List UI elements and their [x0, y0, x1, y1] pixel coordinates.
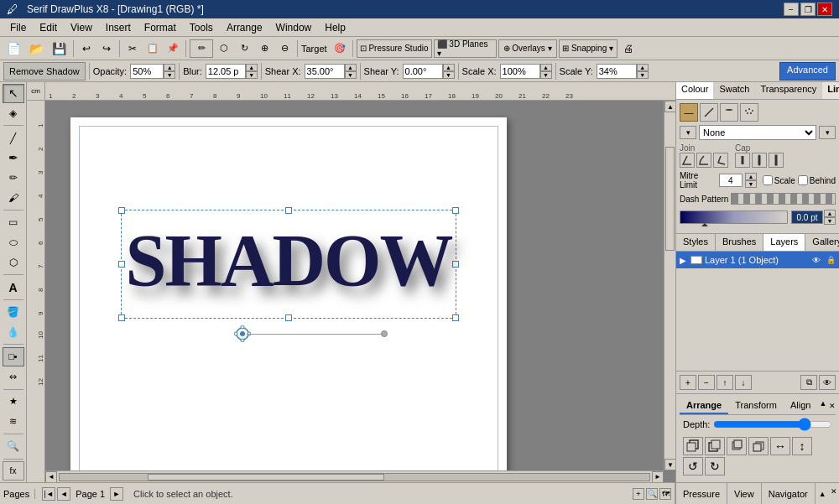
copy-button[interactable]: 📋	[143, 39, 162, 58]
line-tool[interactable]: ╱	[3, 128, 24, 148]
scalex-input[interactable]	[500, 64, 540, 79]
tab-layers[interactable]: Layers	[763, 234, 805, 251]
restore-button[interactable]: ❐	[800, 3, 816, 16]
mitre-down[interactable]: ▼	[745, 180, 757, 188]
layer-expand[interactable]: ▶	[680, 256, 688, 265]
paste-button[interactable]: 📌	[164, 39, 182, 58]
scaley-up[interactable]: ▲	[637, 64, 649, 71]
layer-duplicate-btn[interactable]: ⧉	[800, 375, 817, 390]
join-miter[interactable]	[680, 153, 695, 168]
cap-butt[interactable]	[735, 153, 750, 168]
cap-round[interactable]	[752, 153, 767, 168]
menu-edit[interactable]: Edit	[33, 20, 64, 35]
bottom-navigator-tab[interactable]: Navigator	[762, 483, 816, 504]
behind-checkbox[interactable]	[798, 175, 808, 185]
line-brush-icon[interactable]	[700, 103, 718, 122]
line-solid-icon[interactable]: —	[680, 103, 698, 122]
close-button[interactable]: ✕	[817, 3, 832, 16]
select-tool[interactable]: ↖	[3, 84, 24, 103]
handle-tr[interactable]	[452, 207, 459, 214]
open-button[interactable]: 📂	[26, 39, 47, 58]
tab-colour[interactable]: Colour	[676, 82, 714, 99]
ellipse-tool[interactable]: ⬭	[3, 233, 24, 252]
zoom-tool[interactable]: 🔍	[3, 437, 24, 456]
tab-gallery[interactable]: Gallery	[805, 234, 839, 251]
menu-format[interactable]: Format	[138, 20, 183, 35]
line-gradient-bar[interactable]	[680, 210, 788, 224]
pen-tool[interactable]: ✒	[3, 148, 24, 168]
tab-arrange[interactable]: Arrange	[680, 397, 728, 414]
transform-tool[interactable]: ⇔	[3, 367, 24, 387]
cap-square[interactable]	[769, 153, 784, 168]
sheary-up[interactable]: ▲	[443, 64, 455, 71]
join-bevel[interactable]	[713, 153, 728, 168]
zoom-fit-button[interactable]: ⊕	[255, 39, 274, 58]
menu-file[interactable]: File	[3, 20, 33, 35]
scalex-down[interactable]: ▼	[540, 71, 552, 79]
layer-add-btn[interactable]: +	[680, 375, 696, 390]
menu-arrange[interactable]: Arrange	[220, 20, 269, 35]
vscroll-thumb[interactable]	[665, 147, 675, 251]
rotate-button[interactable]: ↻	[235, 39, 253, 58]
pressure-studio[interactable]: ⊡ Pressure Studio	[357, 39, 432, 58]
shape-button[interactable]: ⬡	[215, 39, 233, 58]
mitre-up[interactable]: ▲	[745, 173, 757, 180]
sheary-down[interactable]: ▼	[443, 71, 455, 79]
scale-checkbox[interactable]	[763, 175, 773, 185]
blur-input[interactable]	[206, 64, 246, 79]
zoom-mode-btn[interactable]: 🔍	[646, 488, 658, 500]
line-none-select[interactable]: None	[699, 125, 816, 140]
navigator-btn[interactable]: 🗺	[659, 488, 671, 500]
menu-window[interactable]: Window	[269, 20, 319, 35]
linewidth-down[interactable]: ▼	[824, 217, 836, 225]
scaley-down[interactable]: ▼	[637, 71, 649, 79]
overlays[interactable]: ⊕ Overlays ▾	[498, 39, 557, 58]
canvas-content[interactable]: SHADOW	[45, 101, 675, 482]
hscroll-right[interactable]: ►	[652, 471, 664, 483]
eyedropper-tool[interactable]: 💧	[3, 323, 24, 342]
print-button[interactable]: 🖨	[619, 39, 638, 58]
canvas-area[interactable]: cm 123 456 789 101112 131415 161718 1920…	[27, 82, 675, 482]
tab-line[interactable]: Line	[822, 82, 839, 99]
tab-align[interactable]: Align	[784, 397, 817, 414]
arrange-expand[interactable]: ▲	[817, 397, 828, 414]
hscroll-left[interactable]: ◄	[45, 471, 57, 483]
handle-tl[interactable]	[118, 207, 125, 214]
menu-insert[interactable]: Insert	[99, 20, 138, 35]
layer-down-btn[interactable]: ↓	[735, 375, 752, 390]
scalex-up[interactable]: ▲	[540, 64, 552, 71]
shearx-down[interactable]: ▼	[345, 71, 357, 79]
line-width-input[interactable]	[791, 210, 823, 224]
text-tool[interactable]: A	[3, 278, 24, 297]
zoom-in-status[interactable]: +	[633, 488, 644, 500]
blur-down[interactable]: ▼	[246, 71, 258, 79]
menu-view[interactable]: View	[64, 20, 99, 35]
tab-transparency[interactable]: Transparency	[755, 82, 822, 99]
cut-button[interactable]: ✂	[123, 39, 142, 58]
tab-swatch[interactable]: Swatch	[714, 82, 755, 99]
shadow-endpoint[interactable]	[381, 330, 388, 337]
flip-v-btn[interactable]: ↕	[792, 437, 812, 455]
redo-button[interactable]: ↪	[97, 39, 116, 58]
fill-tool[interactable]: 🪣	[3, 303, 24, 322]
sheary-input[interactable]	[403, 64, 443, 79]
handle-bm[interactable]	[285, 314, 292, 321]
scaley-input[interactable]	[597, 64, 637, 79]
layer-row-1[interactable]: ▶ Layer 1 (1 Object) 👁 🔒	[676, 252, 839, 268]
prev-page-btn[interactable]: ◄	[57, 487, 70, 501]
polygon-tool[interactable]: ⬡	[3, 253, 24, 273]
menu-tools[interactable]: Tools	[183, 20, 220, 35]
layer-visibility[interactable]: 👁	[810, 254, 822, 266]
vscroll-down[interactable]: ▼	[664, 459, 675, 470]
flip-h-btn[interactable]: ↔	[770, 437, 790, 455]
send-backward-btn[interactable]	[748, 437, 769, 455]
line-spray-icon[interactable]	[740, 103, 758, 122]
effects-tool[interactable]: ★	[3, 392, 24, 411]
undo-button[interactable]: ↩	[77, 39, 96, 58]
bring-front-btn[interactable]	[683, 437, 703, 455]
tab-brushes[interactable]: Brushes	[716, 234, 763, 251]
shearx-input[interactable]	[305, 64, 345, 79]
blend-tool[interactable]: ≋	[3, 412, 24, 431]
minimize-button[interactable]: −	[784, 3, 799, 16]
handle-bl[interactable]	[118, 314, 125, 321]
